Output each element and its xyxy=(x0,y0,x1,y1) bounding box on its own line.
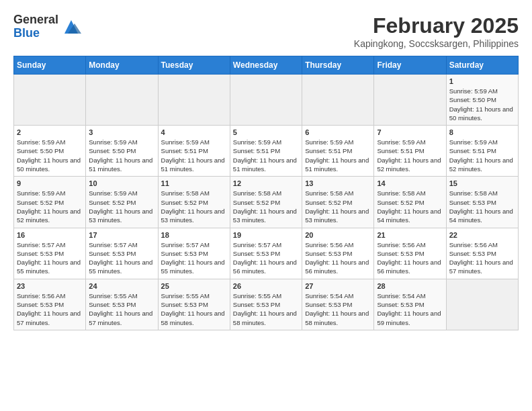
calendar-day-cell: 26Sunrise: 5:55 AM Sunset: 5:53 PM Dayli… xyxy=(230,279,302,330)
day-info: Sunrise: 5:55 AM Sunset: 5:53 PM Dayligh… xyxy=(89,291,154,327)
title-block: February 2025 Kapingkong, Soccsksargen, … xyxy=(354,13,519,49)
calendar-day-cell: 12Sunrise: 5:58 AM Sunset: 5:52 PM Dayli… xyxy=(230,177,302,228)
day-info: Sunrise: 5:57 AM Sunset: 5:53 PM Dayligh… xyxy=(233,240,299,276)
calendar-table: SundayMondayTuesdayWednesdayThursdayFrid… xyxy=(13,56,519,330)
calendar-day-cell xyxy=(86,75,158,126)
day-number: 13 xyxy=(305,179,371,187)
day-info: Sunrise: 5:59 AM Sunset: 5:50 PM Dayligh… xyxy=(449,87,515,122)
weekday-header-tuesday: Tuesday xyxy=(158,56,230,75)
day-info: Sunrise: 5:58 AM Sunset: 5:52 PM Dayligh… xyxy=(233,189,299,224)
day-info: Sunrise: 5:56 AM Sunset: 5:53 PM Dayligh… xyxy=(449,240,515,276)
day-info: Sunrise: 5:59 AM Sunset: 5:51 PM Dayligh… xyxy=(377,138,443,173)
day-info: Sunrise: 5:59 AM Sunset: 5:50 PM Dayligh… xyxy=(17,138,83,173)
day-info: Sunrise: 5:58 AM Sunset: 5:52 PM Dayligh… xyxy=(377,189,443,224)
day-number: 25 xyxy=(161,282,227,290)
day-info: Sunrise: 5:57 AM Sunset: 5:53 PM Dayligh… xyxy=(89,240,154,276)
location-subtitle: Kapingkong, Soccsksargen, Philippines xyxy=(354,38,519,49)
page-header: General Blue February 2025 Kapingkong, S… xyxy=(13,13,519,49)
day-number: 5 xyxy=(233,128,299,136)
day-info: Sunrise: 5:59 AM Sunset: 5:51 PM Dayligh… xyxy=(449,138,515,173)
day-number: 1 xyxy=(449,77,515,85)
calendar-day-cell: 11Sunrise: 5:58 AM Sunset: 5:52 PM Dayli… xyxy=(158,177,230,228)
day-info: Sunrise: 5:54 AM Sunset: 5:53 PM Dayligh… xyxy=(377,291,443,327)
calendar-day-cell xyxy=(14,75,86,126)
calendar-day-cell: 14Sunrise: 5:58 AM Sunset: 5:52 PM Dayli… xyxy=(374,177,446,228)
calendar-day-cell: 20Sunrise: 5:56 AM Sunset: 5:53 PM Dayli… xyxy=(302,228,374,279)
calendar-day-cell: 8Sunrise: 5:59 AM Sunset: 5:51 PM Daylig… xyxy=(446,126,518,177)
month-year-title: February 2025 xyxy=(354,13,519,38)
day-number: 8 xyxy=(449,128,515,136)
day-info: Sunrise: 5:59 AM Sunset: 5:51 PM Dayligh… xyxy=(305,138,371,173)
day-info: Sunrise: 5:57 AM Sunset: 5:53 PM Dayligh… xyxy=(17,240,83,276)
day-number: 22 xyxy=(449,231,515,239)
calendar-day-cell: 16Sunrise: 5:57 AM Sunset: 5:53 PM Dayli… xyxy=(14,228,86,279)
day-number: 12 xyxy=(233,179,299,187)
calendar-day-cell xyxy=(230,75,302,126)
day-number: 6 xyxy=(305,128,371,136)
calendar-day-cell: 27Sunrise: 5:54 AM Sunset: 5:53 PM Dayli… xyxy=(302,279,374,330)
day-info: Sunrise: 5:55 AM Sunset: 5:53 PM Dayligh… xyxy=(161,291,227,327)
weekday-header-friday: Friday xyxy=(374,56,446,75)
day-info: Sunrise: 5:58 AM Sunset: 5:52 PM Dayligh… xyxy=(305,189,371,224)
day-info: Sunrise: 5:54 AM Sunset: 5:53 PM Dayligh… xyxy=(305,291,371,327)
day-number: 17 xyxy=(89,231,154,239)
calendar-day-cell: 5Sunrise: 5:59 AM Sunset: 5:51 PM Daylig… xyxy=(230,126,302,177)
calendar-day-cell: 7Sunrise: 5:59 AM Sunset: 5:51 PM Daylig… xyxy=(374,126,446,177)
logo: General Blue xyxy=(13,13,81,40)
day-number: 23 xyxy=(17,282,83,290)
calendar-day-cell: 23Sunrise: 5:56 AM Sunset: 5:53 PM Dayli… xyxy=(14,279,86,330)
calendar-day-cell: 19Sunrise: 5:57 AM Sunset: 5:53 PM Dayli… xyxy=(230,228,302,279)
day-number: 9 xyxy=(17,179,83,187)
day-info: Sunrise: 5:55 AM Sunset: 5:53 PM Dayligh… xyxy=(233,291,299,327)
calendar-day-cell: 17Sunrise: 5:57 AM Sunset: 5:53 PM Dayli… xyxy=(86,228,158,279)
calendar-week-row: 9Sunrise: 5:59 AM Sunset: 5:52 PM Daylig… xyxy=(14,177,519,228)
day-info: Sunrise: 5:59 AM Sunset: 5:52 PM Dayligh… xyxy=(17,189,83,224)
calendar-week-row: 16Sunrise: 5:57 AM Sunset: 5:53 PM Dayli… xyxy=(14,228,519,279)
calendar-week-row: 1Sunrise: 5:59 AM Sunset: 5:50 PM Daylig… xyxy=(14,75,519,126)
day-number: 14 xyxy=(377,179,443,187)
day-info: Sunrise: 5:56 AM Sunset: 5:53 PM Dayligh… xyxy=(377,240,443,276)
day-info: Sunrise: 5:57 AM Sunset: 5:53 PM Dayligh… xyxy=(161,240,227,276)
day-info: Sunrise: 5:56 AM Sunset: 5:53 PM Dayligh… xyxy=(305,240,371,276)
calendar-week-row: 2Sunrise: 5:59 AM Sunset: 5:50 PM Daylig… xyxy=(14,126,519,177)
day-number: 16 xyxy=(17,231,83,239)
day-number: 7 xyxy=(377,128,443,136)
calendar-day-cell: 6Sunrise: 5:59 AM Sunset: 5:51 PM Daylig… xyxy=(302,126,374,177)
calendar-day-cell: 9Sunrise: 5:59 AM Sunset: 5:52 PM Daylig… xyxy=(14,177,86,228)
weekday-header-wednesday: Wednesday xyxy=(230,56,302,75)
weekday-header-thursday: Thursday xyxy=(302,56,374,75)
weekday-header-sunday: Sunday xyxy=(14,56,86,75)
calendar-week-row: 23Sunrise: 5:56 AM Sunset: 5:53 PM Dayli… xyxy=(14,279,519,330)
weekday-header-saturday: Saturday xyxy=(446,56,518,75)
logo-blue-text: Blue xyxy=(13,27,58,40)
calendar-day-cell: 10Sunrise: 5:59 AM Sunset: 5:52 PM Dayli… xyxy=(86,177,158,228)
day-number: 26 xyxy=(233,282,299,290)
day-info: Sunrise: 5:58 AM Sunset: 5:53 PM Dayligh… xyxy=(449,189,515,224)
day-number: 21 xyxy=(377,231,443,239)
calendar-day-cell: 3Sunrise: 5:59 AM Sunset: 5:50 PM Daylig… xyxy=(86,126,158,177)
calendar-day-cell xyxy=(374,75,446,126)
day-number: 3 xyxy=(89,128,154,136)
calendar-day-cell: 13Sunrise: 5:58 AM Sunset: 5:52 PM Dayli… xyxy=(302,177,374,228)
day-info: Sunrise: 5:56 AM Sunset: 5:53 PM Dayligh… xyxy=(17,291,83,327)
day-number: 18 xyxy=(161,231,227,239)
day-number: 15 xyxy=(449,179,515,187)
calendar-day-cell: 21Sunrise: 5:56 AM Sunset: 5:53 PM Dayli… xyxy=(374,228,446,279)
day-number: 27 xyxy=(305,282,371,290)
calendar-day-cell xyxy=(302,75,374,126)
day-number: 19 xyxy=(233,231,299,239)
calendar-day-cell: 24Sunrise: 5:55 AM Sunset: 5:53 PM Dayli… xyxy=(86,279,158,330)
calendar-day-cell: 15Sunrise: 5:58 AM Sunset: 5:53 PM Dayli… xyxy=(446,177,518,228)
day-info: Sunrise: 5:59 AM Sunset: 5:52 PM Dayligh… xyxy=(89,189,154,224)
calendar-day-cell: 2Sunrise: 5:59 AM Sunset: 5:50 PM Daylig… xyxy=(14,126,86,177)
calendar-day-cell: 25Sunrise: 5:55 AM Sunset: 5:53 PM Dayli… xyxy=(158,279,230,330)
day-info: Sunrise: 5:59 AM Sunset: 5:51 PM Dayligh… xyxy=(161,138,227,173)
calendar-day-cell: 4Sunrise: 5:59 AM Sunset: 5:51 PM Daylig… xyxy=(158,126,230,177)
weekday-header-row: SundayMondayTuesdayWednesdayThursdayFrid… xyxy=(14,56,519,75)
day-info: Sunrise: 5:59 AM Sunset: 5:51 PM Dayligh… xyxy=(233,138,299,173)
day-info: Sunrise: 5:58 AM Sunset: 5:52 PM Dayligh… xyxy=(161,189,227,224)
day-number: 28 xyxy=(377,282,443,290)
day-number: 11 xyxy=(161,179,227,187)
calendar-day-cell: 22Sunrise: 5:56 AM Sunset: 5:53 PM Dayli… xyxy=(446,228,518,279)
day-number: 24 xyxy=(89,282,154,290)
